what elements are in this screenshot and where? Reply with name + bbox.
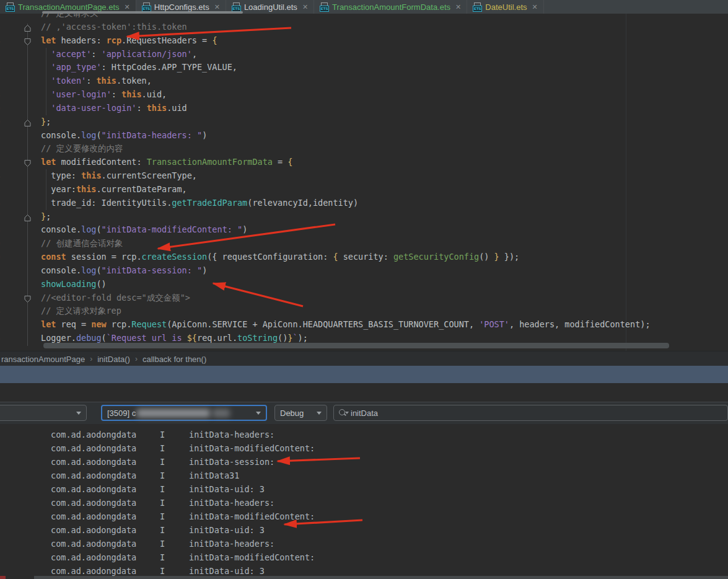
code-line: 4let headers: rcp.RequestHeaders = { [0,34,728,48]
line-number: 6 [0,61,6,74]
close-icon[interactable]: ✕ [302,4,308,11]
code-line: 5let req = new rcp.Request(ApiConn.SERVI… [0,318,728,332]
tab-scrollbar[interactable] [42,11,243,14]
line-number: 4 [0,304,6,318]
indent-guide [46,88,46,102]
code-text: showLoading() [41,278,728,291]
code-text: console.log("initData-modifiedContent: "… [41,223,728,237]
code-lines: 3// ,'access-token':this.token4let heade… [0,20,728,345]
gutter-cell: 4 [0,169,41,183]
gutter-cell: 1 [0,129,41,143]
code-text: // 创建通信会话对象 [41,237,728,250]
gutter-cell: 8 [0,88,41,102]
fold-marker-icon[interactable] [24,158,32,166]
log-tag: com.ad.aodongdata [51,537,160,550]
gutter-cell: 6 [0,332,41,345]
log-row: com.ad.aodongdataIinitData-uid: 3 [0,482,728,496]
gutter-cell: 6 [0,61,41,74]
log-level: I [160,441,189,455]
code-line: 5 year:this.currentDateParam, [0,183,728,197]
editor-tab[interactable]: ETSDateUtil.ets✕ [467,0,543,14]
close-icon[interactable]: ✕ [532,4,538,11]
code-text: //<editor-fold desc="成交金额"> [41,291,728,305]
editor-tab[interactable]: ETSTransactionAmountFormData.ets✕ [314,0,467,14]
gutter-cell: 3 [0,291,41,305]
clipped-code-line: // 定义请求头 [0,14,728,20]
code-text: }; [41,210,728,224]
gutter-cell: 9 [0,102,41,115]
log-level-dropdown[interactable]: Debug [274,405,327,421]
line-number: 5 [0,318,6,332]
gutter-cell: 8 [0,223,41,237]
line-number: 6 [0,332,6,345]
close-icon[interactable]: ✕ [214,4,220,11]
code-line: 4// 定义请求对象rep [0,304,728,318]
line-number: 1 [0,129,6,143]
code-line: 0const session = rcp.createSession({ req… [0,250,728,264]
chevron-down-icon [76,412,81,415]
log-toolbar: d app [3509] c Debug initData [0,402,728,425]
gutter-cell: 5 [0,48,41,61]
fold-marker-icon[interactable] [24,37,32,45]
gutter-cell: 3 [0,156,41,169]
code-line: 6 'app_type': HttpCodes.APP_TYPE_VALUE, [0,61,728,74]
gutter-cell: 2 [0,142,41,156]
fold-marker-icon[interactable] [24,213,32,221]
log-search-value: initData [351,409,378,418]
line-number: 9 [0,237,6,250]
code-line: 3// ,'access-token':this.token [0,20,728,34]
log-search-input[interactable]: initData [333,405,728,421]
tab-label: LoadingUtil.ets [244,2,297,12]
editor-horizontal-scrollbar[interactable] [43,343,669,348]
code-text: 'token': this.token, [41,74,728,88]
code-editor[interactable]: // 定义请求头 3// ,'access-token':this.token4… [0,14,728,351]
log-level: I [160,523,189,537]
log-message: initData31 [189,469,239,482]
ets-file-icon: ETS [473,2,482,12]
log-level: I [160,428,189,441]
gutter-cell: 7 [0,210,41,224]
line-number: 0 [0,115,6,129]
indent-guide [46,48,46,61]
panel-gap [0,383,728,402]
code-text: let req = new rcp.Request(ApiConn.SERVIC… [41,318,728,332]
device-dropdown[interactable]: d app [0,405,87,421]
gutter-cell: 5 [0,183,41,197]
process-dropdown[interactable]: [3509] c [101,405,267,421]
breadcrumb-item[interactable]: ransactionAmountPage [1,355,85,364]
close-icon[interactable]: ✕ [125,4,130,11]
breadcrumb-item[interactable]: initData() [97,355,130,364]
indent-guide [46,74,46,88]
code-line-partial: // 定义请求头 [0,14,728,20]
code-line: 2// 定义要修改的内容 [0,142,728,156]
indent-guide [46,61,46,74]
close-icon[interactable]: ✕ [455,4,461,11]
indent-guide [46,183,46,197]
tab-label: DateUtil.ets [485,2,527,12]
ets-file-icon: ETS [320,2,329,12]
log-message: initData-modifiedContent: [189,550,315,564]
fold-marker-icon[interactable] [24,294,32,302]
fold-marker-icon[interactable] [24,118,32,126]
gutter-cell: 1 [0,264,41,278]
indent-guide [46,102,46,115]
line-number: 7 [0,74,6,88]
log-panel[interactable]: com.ad.aodongdataIinitData-headers:com.a… [0,424,728,577]
log-row: com.ad.aodongdataIinitData-modifiedConte… [0,441,728,455]
log-tag: com.ad.aodongdata [51,523,160,537]
log-row: com.ad.aodongdataIinitData-modifiedConte… [0,510,728,523]
code-line: 1console.log("initData-session: ") [0,264,728,278]
code-text: console.log("initData-headers: ") [41,129,728,143]
code-text: 'app_type': HttpCodes.APP_TYPE_VALUE, [41,61,728,74]
scrollbar-thumb[interactable] [34,576,728,579]
breadcrumb-separator-icon: › [90,355,92,363]
gutter-cell: 9 [0,237,41,250]
breadcrumb-item[interactable]: callback for then() [143,355,206,364]
log-row: com.ad.aodongdataIinitData-headers: [0,496,728,510]
gutter-cell: 0 [0,250,41,264]
log-horizontal-scrollbar[interactable] [0,576,728,579]
log-level: I [160,510,189,523]
gutter-cell [0,14,41,20]
redacted-text [213,409,230,417]
fold-marker-icon[interactable] [24,23,32,31]
